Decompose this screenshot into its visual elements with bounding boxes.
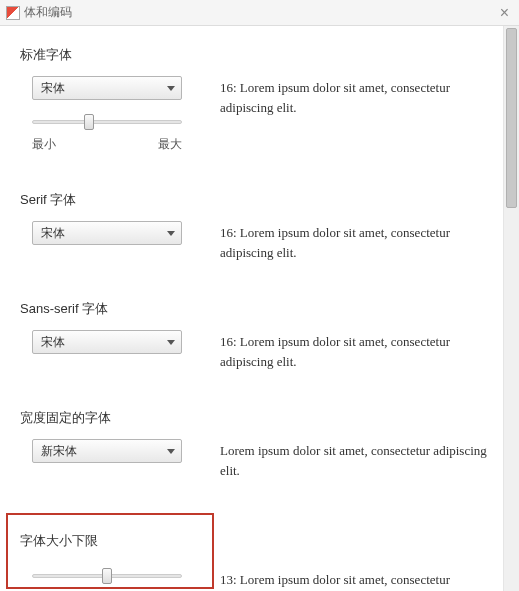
fixed-font-dropdown[interactable]: 新宋体	[32, 439, 182, 463]
standard-size-slider[interactable]	[32, 114, 182, 130]
slider-thumb[interactable]	[102, 568, 112, 584]
standard-font-value: 宋体	[41, 80, 65, 97]
serif-sample: 16: Lorem ipsum dolor sit amet, consecte…	[220, 221, 489, 262]
scrollbar-thumb[interactable]	[506, 28, 517, 208]
minsize-slider[interactable]	[32, 568, 182, 584]
close-button[interactable]: ×	[496, 4, 513, 22]
fixed-title: 宽度固定的字体	[20, 409, 489, 427]
fixed-controls: 新宋体	[20, 439, 190, 463]
serif-title: Serif 字体	[20, 191, 489, 209]
chevron-down-icon	[167, 449, 175, 454]
window-title: 体和编码	[24, 4, 72, 21]
section-minsize: 字体大小下限 13: Lorem ipsum dolor sit amet, c…	[20, 518, 489, 590]
sansserif-controls: 宋体	[20, 330, 190, 354]
serif-row: 宋体 16: Lorem ipsum dolor sit amet, conse…	[20, 221, 489, 262]
section-standard: 标准字体 宋体 最小 最大 16: Lorem ip	[20, 46, 489, 153]
minsize-controls	[20, 568, 190, 584]
standard-title: 标准字体	[20, 46, 489, 64]
titlebar-left: 体和编码	[6, 4, 72, 21]
scrollbar[interactable]	[503, 26, 519, 591]
slider-min-label: 最小	[32, 136, 56, 153]
serif-controls: 宋体	[20, 221, 190, 245]
chevron-down-icon	[167, 340, 175, 345]
sansserif-title: Sans-serif 字体	[20, 300, 489, 318]
slider-track	[32, 120, 182, 124]
minsize-sample: 13: Lorem ipsum dolor sit amet, consecte…	[220, 568, 489, 590]
minsize-title: 字体大小下限	[20, 532, 489, 550]
standard-sample: 16: Lorem ipsum dolor sit amet, consecte…	[220, 76, 489, 117]
minsize-row: 13: Lorem ipsum dolor sit amet, consecte…	[20, 568, 489, 590]
fixed-sample: Lorem ipsum dolor sit amet, consectetur …	[220, 439, 489, 480]
standard-controls: 宋体 最小 最大	[20, 76, 190, 153]
slider-thumb[interactable]	[84, 114, 94, 130]
titlebar: 体和编码 ×	[0, 0, 519, 26]
serif-font-dropdown[interactable]: 宋体	[32, 221, 182, 245]
fixed-font-value: 新宋体	[41, 443, 77, 460]
content: 标准字体 宋体 最小 最大 16: Lorem ip	[0, 26, 503, 591]
standard-row: 宋体 最小 最大 16: Lorem ipsum dolor sit amet,…	[20, 76, 489, 153]
sansserif-sample: 16: Lorem ipsum dolor sit amet, consecte…	[220, 330, 489, 371]
content-wrap: 标准字体 宋体 最小 最大 16: Lorem ip	[0, 26, 519, 591]
fixed-row: 新宋体 Lorem ipsum dolor sit amet, consecte…	[20, 439, 489, 480]
chevron-down-icon	[167, 231, 175, 236]
chevron-down-icon	[167, 86, 175, 91]
slider-labels: 最小 最大	[32, 136, 182, 153]
section-sansserif: Sans-serif 字体 宋体 16: Lorem ipsum dolor s…	[20, 300, 489, 371]
section-serif: Serif 字体 宋体 16: Lorem ipsum dolor sit am…	[20, 191, 489, 262]
sansserif-row: 宋体 16: Lorem ipsum dolor sit amet, conse…	[20, 330, 489, 371]
serif-font-value: 宋体	[41, 225, 65, 242]
sansserif-font-value: 宋体	[41, 334, 65, 351]
window-icon	[6, 6, 20, 20]
section-fixed: 宽度固定的字体 新宋体 Lorem ipsum dolor sit amet, …	[20, 409, 489, 480]
sansserif-font-dropdown[interactable]: 宋体	[32, 330, 182, 354]
slider-max-label: 最大	[158, 136, 182, 153]
standard-font-dropdown[interactable]: 宋体	[32, 76, 182, 100]
